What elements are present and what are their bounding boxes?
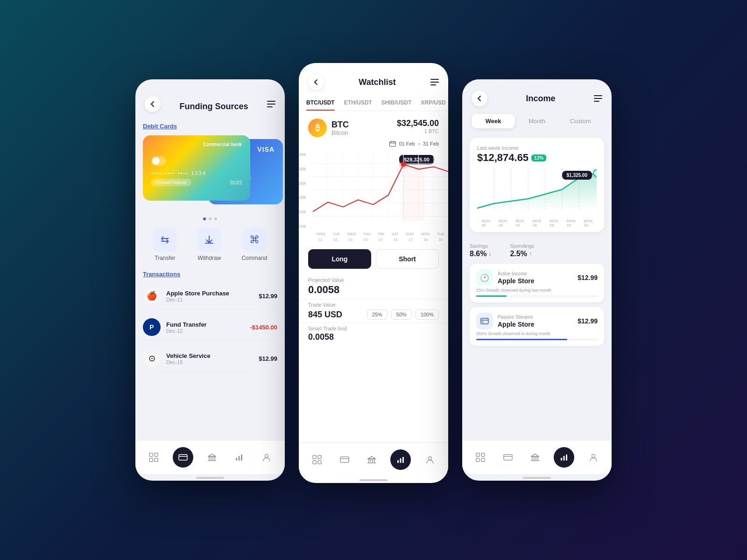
- right-menu-icon[interactable]: [594, 95, 602, 102]
- nav-grid-mid[interactable]: [309, 453, 325, 466]
- card-dot-3[interactable]: [214, 217, 217, 220]
- nav-profile-right[interactable]: [585, 451, 602, 464]
- tab-eth[interactable]: ETH/USDT: [344, 96, 372, 111]
- svg-point-26: [399, 160, 408, 168]
- spendings-value-row: 2.5% ↑: [510, 250, 534, 258]
- left-back-button[interactable]: [145, 96, 161, 112]
- nav-chart-right[interactable]: [554, 447, 574, 468]
- svg-rect-6: [239, 456, 240, 461]
- middle-phone: Watchlist BTC/USDT ETH/USDT SHIB/USDT XR…: [299, 63, 448, 483]
- svg-point-46: [482, 322, 484, 323]
- passive-income-sub: 350% Growth observed in during month: [476, 331, 598, 336]
- tx-info-vehicle: Vehicle Service Dec-15: [166, 352, 253, 365]
- short-button[interactable]: Short: [376, 249, 439, 269]
- spendings-label: Spendings: [510, 243, 534, 249]
- card-dot-2[interactable]: [209, 217, 211, 220]
- nav-bank-right[interactable]: [527, 451, 543, 464]
- price-chart: $28,325.00 35K 30K 25K 20K 15K 10K: [299, 150, 448, 244]
- passive-income-progress-fill: [476, 339, 567, 340]
- tx-date-apple: Dec-11: [166, 297, 253, 302]
- trade-label: Trade Value: [308, 302, 439, 308]
- command-label: Command: [241, 255, 267, 261]
- crypto-tabs: BTC/USDT ETH/USDT SHIB/USDT XRP/USD: [299, 96, 448, 111]
- left-bottom-nav: [135, 440, 285, 474]
- card-dot-1[interactable]: [203, 217, 206, 220]
- transactions-label[interactable]: Transactions: [143, 271, 277, 278]
- pct-25-button[interactable]: 25%: [367, 309, 388, 320]
- nav-profile[interactable]: [258, 451, 275, 464]
- tab-xrp[interactable]: XRP/USD: [421, 96, 445, 111]
- left-menu-icon[interactable]: [267, 101, 275, 107]
- ix-1: MON18: [481, 219, 490, 227]
- svg-point-35: [428, 457, 431, 460]
- tab-btc[interactable]: BTC/USDT: [306, 96, 335, 111]
- pct-100-button[interactable]: 100%: [416, 309, 439, 320]
- tx-name-paypal: Fund Transfer: [166, 321, 244, 328]
- income-badge: 12%: [531, 154, 546, 161]
- price-chart-svg: [313, 150, 448, 231]
- trade-value-row: 845 USD 25% 50% 100%: [308, 309, 439, 320]
- nav-bank[interactable]: [204, 451, 220, 464]
- svg-rect-47: [476, 453, 479, 456]
- nav-grid[interactable]: [145, 451, 162, 464]
- debit-cards-label[interactable]: Debit Cards: [143, 123, 277, 130]
- svg-rect-54: [566, 455, 567, 461]
- svg-rect-28: [318, 455, 321, 459]
- crypto-info: ₿ BTC Bitcoin $32,545.00 1 BTC: [299, 111, 448, 141]
- nav-card[interactable]: [173, 447, 193, 468]
- period-tabs: Week Month Custom: [470, 112, 604, 130]
- spendings-stat: Spendings 2.5% ↑: [510, 243, 534, 258]
- ix-4: MON18: [533, 219, 542, 227]
- income-tooltip: $1,325.00: [562, 171, 592, 180]
- svg-rect-50: [481, 458, 485, 462]
- middle-menu-icon[interactable]: [430, 79, 439, 85]
- date-range[interactable]: 01 Feb → 31 Feb: [299, 141, 448, 150]
- nav-profile-mid[interactable]: [422, 453, 438, 466]
- nav-card-right[interactable]: [500, 451, 516, 464]
- withdraw-icon: [197, 228, 221, 252]
- scroll-indicator-left: [196, 477, 224, 479]
- transaction-row[interactable]: 🍎 Apple Store Purchase Dec-11 $12.99: [143, 283, 277, 309]
- chart-y-labels: 35K 30K 25K 20K 15K 10K: [299, 150, 306, 231]
- transaction-row[interactable]: P Fund Transfer Dec-12 -$1450.00: [143, 315, 277, 340]
- pct-50-button[interactable]: 50%: [391, 309, 412, 320]
- card-expiry: 01/22: [230, 180, 242, 185]
- period-custom[interactable]: Custom: [559, 114, 602, 128]
- long-button[interactable]: Long: [308, 249, 371, 269]
- command-button[interactable]: ⌘ Command: [241, 228, 267, 261]
- trade-value-section: Trade Value 845 USD 25% 50% 100%: [299, 299, 448, 323]
- ix-6: MON18: [567, 219, 576, 227]
- crypto-full-name: Bitcoin: [331, 130, 349, 136]
- nav-chart[interactable]: [231, 451, 247, 464]
- passive-income-info: Passive Streams Apple Store: [498, 315, 535, 328]
- nav-bank-mid[interactable]: [363, 453, 380, 466]
- nav-chart-mid[interactable]: [390, 449, 411, 470]
- right-bottom-nav: [462, 440, 612, 474]
- nav-card-mid[interactable]: [336, 453, 353, 466]
- ix-2: MON18: [499, 219, 507, 227]
- period-week[interactable]: Week: [472, 114, 515, 128]
- projected-amount: 0.0058: [308, 284, 439, 296]
- left-content: Debit Cards VISA •••• •••• • Michael Fir…: [135, 123, 285, 440]
- card-main[interactable]: Commercial bank •••• •••• •••• 1234 Mich…: [143, 135, 250, 201]
- income-chart-area: $1,325.00: [477, 168, 597, 224]
- active-income-card[interactable]: 🕐 Active Income Apple Store $12.99 25% G…: [470, 264, 604, 302]
- tx-icon-vehicle: ⊙: [143, 350, 161, 367]
- income-amount: $12,874.65: [477, 152, 529, 164]
- period-month[interactable]: Month: [515, 114, 558, 128]
- tab-shib[interactable]: SHIB/USDT: [381, 96, 412, 111]
- transfer-button[interactable]: ⇆ Transfer: [153, 228, 177, 261]
- tx-date-paypal: Dec-12: [166, 328, 244, 334]
- passive-income-card[interactable]: Passive Streams Apple Store $12.99 350% …: [470, 307, 604, 346]
- middle-back-button[interactable]: [308, 74, 324, 90]
- action-buttons: ⇆ Transfer Withdraw ⌘ Command: [143, 228, 277, 261]
- svg-rect-52: [561, 458, 562, 461]
- transaction-row[interactable]: ⊙ Vehicle Service Dec-15 $12.99: [143, 346, 277, 371]
- svg-rect-51: [504, 455, 512, 460]
- withdraw-button[interactable]: Withdraw: [197, 228, 221, 261]
- y-20k: 20K: [299, 195, 306, 200]
- right-back-button[interactable]: [472, 91, 487, 106]
- svg-rect-2: [149, 458, 153, 462]
- nav-grid-right[interactable]: [472, 451, 489, 464]
- income-amount-row: $12,874.65 12%: [477, 152, 597, 164]
